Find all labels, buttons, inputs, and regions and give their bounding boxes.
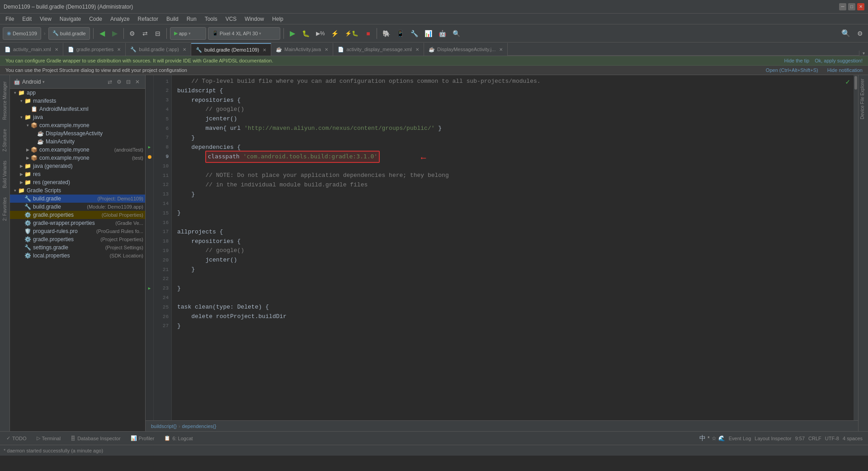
layout-inspector-toolbar-btn[interactable]: 🔍 (450, 27, 462, 40)
code-editor[interactable]: ▶ ▶ (146, 75, 858, 420)
tree-item-proguard[interactable]: 🛡️ proguard-rules.pro (ProGuard Rules fo… (10, 227, 145, 235)
tree-item-test[interactable]: ▶ 📦 com.example.myone (test) (10, 154, 145, 162)
tab-close-build-gradle-app[interactable]: ✕ (183, 47, 186, 52)
tab-close-activity-main[interactable]: ✕ (55, 47, 58, 52)
tab-close-build-gradle-demo[interactable]: ✕ (263, 48, 266, 52)
ime-icon[interactable]: 中 (699, 434, 706, 442)
bottom-tab-logcat[interactable]: 📋 6: Logcat (160, 433, 197, 444)
bottom-tab-profiler[interactable]: 📊 Profiler (126, 433, 159, 444)
back-button[interactable]: ◀ (97, 27, 108, 40)
build-variants-tab[interactable]: Build Variants (1, 156, 9, 193)
tree-item-java-generated[interactable]: ▶ 📁 java (generated) (10, 162, 145, 170)
tab-display-message-activity[interactable]: ☕ DisplayMessageActivity.j... ✕ (424, 43, 508, 56)
sync-icon-btn[interactable]: ⇄ (140, 27, 151, 40)
profiler-btn[interactable]: 📊 (422, 27, 434, 40)
breadcrumb-dependencies[interactable]: dependencies{} (182, 423, 217, 429)
breakpoint-icon[interactable] (148, 155, 151, 159)
project-name-button[interactable]: ◉ Demo1109 (3, 27, 41, 40)
apply-changes-debug-btn[interactable]: ⚡🐛 (343, 27, 361, 40)
menu-analyze[interactable]: Analyze (107, 15, 133, 23)
tree-item-build-gradle-project[interactable]: 🔧 build.gradle (Project: Demo1109) (10, 195, 145, 203)
tab-main-activity[interactable]: ☕ MainActivity.java ✕ (271, 43, 333, 56)
sidebar-sync-btn[interactable]: ⇄ (106, 78, 114, 86)
open-project-structure-link[interactable]: Open (Ctrl+Alt+Shift+S) (766, 67, 818, 73)
minimize-button[interactable]: ─ (839, 3, 846, 10)
run-config-dropdown[interactable]: ▶ app ▾ (170, 27, 206, 40)
menu-vcs[interactable]: VCS (222, 15, 241, 23)
tab-build-gradle-app[interactable]: 🔧 build.gradle (:app) ✕ (126, 43, 191, 56)
tree-item-com-example[interactable]: ▾ 📦 com.example.myone (10, 121, 145, 129)
sidebar-collapse-btn[interactable]: ⊟ (124, 78, 132, 86)
sidebar-close-btn[interactable]: ✕ (133, 78, 142, 86)
hide-notification-link[interactable]: Hide notification (827, 67, 863, 73)
resource-manager-tab[interactable]: Resource Manager (1, 77, 9, 124)
sdk-btn[interactable]: 🔧 (408, 27, 420, 40)
file-name-button[interactable]: 🔧 build.gradle (48, 27, 90, 40)
run-coverage-btn[interactable]: ▶% (314, 27, 327, 40)
tray-icon-1[interactable]: * (708, 435, 710, 442)
maximize-button[interactable]: □ (848, 3, 855, 10)
tab-build-gradle-demo[interactable]: 🔧 build.gradle (Demo1109) ✕ (191, 43, 271, 56)
tree-item-gradle-scripts[interactable]: ▾ 📁 Gradle Scripts (10, 186, 145, 195)
tree-item-settings-gradle[interactable]: 🔧 settings.gradle (Project Settings) (10, 243, 145, 252)
event-log-btn[interactable]: Event Log (729, 436, 751, 441)
tab-close-gradle-props[interactable]: ✕ (117, 47, 121, 52)
bottom-tab-database-inspector[interactable]: 🗄 Database Inspector (66, 433, 125, 444)
tree-item-displaymsg[interactable]: ☕ DisplayMessageActivity (10, 129, 145, 138)
tree-item-androidmanifest[interactable]: 📋 AndroidManifest.xml (10, 105, 145, 113)
menu-file[interactable]: File (2, 15, 18, 23)
sync-project-btn[interactable]: 🐘 (380, 27, 392, 40)
tree-item-res-generated[interactable]: ▶ 📁 res (generated) (10, 178, 145, 186)
line-ending-btn[interactable]: CRLF (808, 436, 821, 441)
bottom-tab-todo[interactable]: ✓ TODO (2, 433, 31, 444)
apply-changes-btn[interactable]: ⚡ (329, 27, 341, 40)
breadcrumb-buildscript[interactable]: buildscript{} (151, 423, 177, 429)
menu-tools[interactable]: Tools (201, 15, 221, 23)
tree-item-gradle-wrapper[interactable]: ⚙️ gradle-wrapper.properties (Gradle Ve.… (10, 219, 145, 227)
encoding-btn[interactable]: UTF-8 (825, 436, 839, 441)
menu-code[interactable]: Code (85, 15, 106, 23)
menu-build[interactable]: Build (163, 15, 182, 23)
tree-item-androidtest[interactable]: ▶ 📦 com.example.myone (androidTest) (10, 146, 145, 154)
sidebar-settings-btn[interactable]: ⚙ (115, 78, 123, 86)
tray-icon-2[interactable]: ☆ (712, 435, 717, 442)
tree-item-java[interactable]: ▾ 📁 java (10, 113, 145, 121)
menu-view[interactable]: View (36, 15, 55, 23)
forward-button[interactable]: ▶ (109, 27, 120, 40)
run-button[interactable]: ▶ (287, 27, 298, 40)
menu-refactor[interactable]: Refactor (134, 15, 162, 23)
menu-help[interactable]: Help (269, 15, 287, 23)
tab-close-main-activity[interactable]: ✕ (325, 47, 328, 52)
tab-overflow-btn[interactable]: ▾ (859, 51, 868, 56)
favorites-tab[interactable]: 2: Favorites (1, 193, 9, 225)
avd-btn[interactable]: 📱 (394, 27, 406, 40)
tree-item-mainactivity[interactable]: ☕ MainActivity (10, 138, 145, 146)
scrollbar-thumb[interactable] (854, 76, 857, 90)
menu-run[interactable]: Run (183, 15, 200, 23)
hide-tip-link[interactable]: Hide the tip (784, 58, 810, 63)
code-content[interactable]: ✓ // Top-level build file where you can … (172, 75, 854, 420)
collapse-icon-btn[interactable]: ⊟ (152, 27, 163, 40)
menu-edit[interactable]: Edit (19, 15, 35, 23)
tree-item-manifests[interactable]: ▾ 📁 manifests (10, 97, 145, 105)
vertical-scrollbar[interactable] (854, 75, 858, 420)
android-dropdown-icon[interactable]: ▾ (42, 80, 45, 84)
tree-item-res[interactable]: ▶ 📁 res (10, 170, 145, 178)
tab-activity-display[interactable]: 📄 activity_display_message.xml ✕ (333, 43, 424, 56)
settings-main-btn[interactable]: ⚙ (854, 27, 865, 40)
assistant-btn[interactable]: 🤖 (436, 27, 448, 40)
tree-item-app[interactable]: ▾ 📁 app (10, 89, 145, 97)
menu-window[interactable]: Window (241, 15, 268, 23)
bottom-tab-terminal[interactable]: ▷ Terminal (32, 433, 66, 444)
indent-btn[interactable]: 4 spaces (843, 436, 863, 441)
close-button[interactable]: ✕ (857, 3, 864, 10)
menu-navigate[interactable]: Navigate (56, 15, 85, 23)
tab-gradle-properties[interactable]: 📄 gradle.properties ✕ (63, 43, 126, 56)
device-dropdown[interactable]: 📱 Pixel 4 XL API 30 ▾ (208, 27, 280, 40)
tree-item-local-properties[interactable]: ⚙️ local.properties (SDK Location) (10, 252, 145, 260)
z-structure-tab[interactable]: Z-Structure (1, 124, 9, 156)
tree-item-gradle-properties-global[interactable]: ⚙️ gradle.properties (Global Properties) (10, 211, 145, 219)
tab-close-display-msg[interactable]: ✕ (499, 47, 503, 52)
layout-inspector-btn[interactable]: Layout Inspector (755, 436, 791, 441)
tab-activity-main[interactable]: 📄 activity_main.xml ✕ (0, 43, 63, 56)
